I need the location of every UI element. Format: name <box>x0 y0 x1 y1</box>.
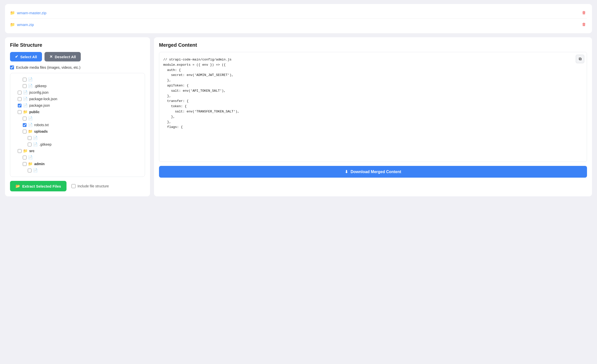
item-name-public: public <box>29 110 40 114</box>
select-all-button[interactable]: ✔ Select All <box>10 52 42 61</box>
tree-checkbox-package-json[interactable] <box>18 104 22 107</box>
file-tree-container: 📄 📄 .gitkeep 📄 jsconfig.json 📄 package-l… <box>10 73 145 177</box>
tree-item-unnamed-4: 📄 <box>13 154 142 161</box>
tree-item-gitkeep-1: 📄 .gitkeep <box>13 83 142 89</box>
code-content: // strapi-code-main/config/admin.js modu… <box>159 52 587 135</box>
item-name-robots: robots.txt <box>34 123 49 127</box>
exclude-media-row: Exclude media files (images, videos, etc… <box>10 65 145 69</box>
tree-item-unnamed-2: 📄 <box>13 115 142 122</box>
tree-checkbox-unnamed-4[interactable] <box>23 156 26 159</box>
file-icon-1: 📄 <box>28 77 33 82</box>
download-label: Download Merged Content <box>350 170 401 174</box>
tree-checkbox-gitkeep-2[interactable] <box>28 143 32 146</box>
folder-icon-public: 📁 <box>23 110 28 114</box>
folder-icon-uploads: 📁 <box>28 129 33 134</box>
top-file-left-2: 📁 wmam.zip <box>10 22 34 27</box>
file-icon-jsconfig: 📄 <box>23 90 28 95</box>
bottom-actions: 📂 Extract Selected Files Include file st… <box>10 181 145 191</box>
file-icon-gitkeep-1: 📄 <box>28 84 33 88</box>
tree-checkbox-package-lock[interactable] <box>18 97 22 101</box>
tree-item-admin: 📁 admin <box>13 161 142 167</box>
folder-icon-admin: 📁 <box>28 162 33 166</box>
item-name-gitkeep-1: .gitkeep <box>34 84 46 88</box>
deselect-all-label: Deselect All <box>55 55 76 59</box>
delete-btn-2[interactable]: 🗑 <box>581 21 587 28</box>
tree-checkbox-unnamed-2[interactable] <box>23 117 26 120</box>
top-file-left-1: 📁 wmam-master.zip <box>10 10 46 15</box>
top-file-name-1: wmam-master.zip <box>17 11 46 15</box>
tree-checkbox-admin[interactable] <box>23 162 26 166</box>
exclude-media-label: Exclude media files (images, videos, etc… <box>16 65 80 69</box>
tree-item-unnamed-1: 📄 <box>13 76 142 83</box>
file-icon-unnamed-4: 📄 <box>28 155 33 160</box>
main-layout: File Structure ✔ Select All ✕ Deselect A… <box>5 37 592 196</box>
item-name-src: src <box>29 149 34 153</box>
copy-icon: ⧉ <box>579 57 582 61</box>
top-file-name-2: wmam.zip <box>17 22 34 27</box>
tree-checkbox-public[interactable] <box>18 110 22 114</box>
extract-label: Extract Selected Files <box>22 184 61 188</box>
tree-checkbox-uploads[interactable] <box>23 130 26 133</box>
tree-item-unnamed-3: 📄 <box>13 135 142 141</box>
copy-button[interactable]: ⧉ <box>576 55 584 63</box>
tree-item-package-json: 📄 package.json <box>13 102 142 109</box>
file-icon-unnamed-3: 📄 <box>33 136 38 140</box>
file-icon-package-json: 📄 <box>23 103 28 108</box>
tree-item-unnamed-5: 📄 <box>13 167 142 174</box>
deselect-all-button[interactable]: ✕ Deselect All <box>44 52 81 61</box>
delete-btn-1[interactable]: 🗑 <box>581 9 587 16</box>
file-icon-package-lock: 📄 <box>23 97 28 101</box>
btn-row: ✔ Select All ✕ Deselect All <box>10 52 145 61</box>
include-structure-label: Include file structure <box>78 184 109 188</box>
zip-icon-1: 📁 <box>10 10 15 15</box>
top-files-panel: 📁 wmam-master.zip 🗑 📁 wmam.zip 🗑 <box>5 4 592 33</box>
file-structure-title: File Structure <box>10 42 145 48</box>
item-name-uploads: uploads <box>34 129 48 133</box>
tree-checkbox-robots[interactable] <box>23 123 26 127</box>
tree-item-jsconfig: 📄 jsconfig.json <box>13 89 142 96</box>
file-icon-gitkeep-2: 📄 <box>33 142 38 147</box>
download-icon: ⬇ <box>345 169 348 174</box>
item-name-package-json: package.json <box>29 103 50 107</box>
tree-checkbox-gitkeep-1[interactable] <box>23 84 26 88</box>
tree-checkbox-jsconfig[interactable] <box>18 91 22 94</box>
code-area-wrapper: ⧉ // strapi-code-main/config/admin.js mo… <box>159 52 587 162</box>
include-structure-row: Include file structure <box>72 184 109 188</box>
item-name-admin: admin <box>34 162 44 166</box>
exclude-media-checkbox[interactable] <box>10 65 14 69</box>
tree-item-package-lock: 📄 package-lock.json <box>13 96 142 102</box>
file-icon-robots: 📄 <box>28 123 33 127</box>
download-merged-button[interactable]: ⬇ Download Merged Content <box>159 166 587 178</box>
merged-content-panel: Merged Content ⧉ // strapi-code-main/con… <box>154 37 592 196</box>
tree-item-gitkeep-2: 📄 .gitkeep <box>13 141 142 148</box>
tree-item-src: 📁 src <box>13 148 142 154</box>
extract-selected-button[interactable]: 📂 Extract Selected Files <box>10 181 66 191</box>
top-file-item-1: 📁 wmam-master.zip 🗑 <box>10 7 587 19</box>
folder-icon-src: 📁 <box>23 149 28 153</box>
tree-checkbox-1[interactable] <box>23 78 26 81</box>
select-all-label: Select All <box>20 55 37 59</box>
x-icon: ✕ <box>50 54 53 59</box>
item-name-package-lock: package-lock.json <box>29 97 57 101</box>
tree-checkbox-src[interactable] <box>18 149 22 153</box>
tree-item-uploads: 📁 uploads <box>13 128 142 135</box>
include-structure-checkbox[interactable] <box>72 184 76 188</box>
tree-item-robots: 📄 robots.txt <box>13 122 142 128</box>
file-structure-panel: File Structure ✔ Select All ✕ Deselect A… <box>5 37 150 196</box>
checkmark-icon: ✔ <box>15 54 18 59</box>
file-icon-unnamed-5: 📄 <box>33 168 38 173</box>
item-name-jsconfig: jsconfig.json <box>29 90 48 94</box>
item-name-gitkeep-2: .gitkeep <box>39 142 52 146</box>
tree-checkbox-unnamed-3[interactable] <box>28 136 32 140</box>
merged-content-title: Merged Content <box>159 42 587 48</box>
extract-icon: 📂 <box>16 184 20 188</box>
zip-icon-2: 📁 <box>10 22 15 27</box>
top-file-item-2: 📁 wmam.zip 🗑 <box>10 19 587 30</box>
file-icon-unnamed-2: 📄 <box>28 116 33 121</box>
tree-checkbox-unnamed-5[interactable] <box>28 169 32 172</box>
tree-item-public: 📁 public <box>13 109 142 115</box>
